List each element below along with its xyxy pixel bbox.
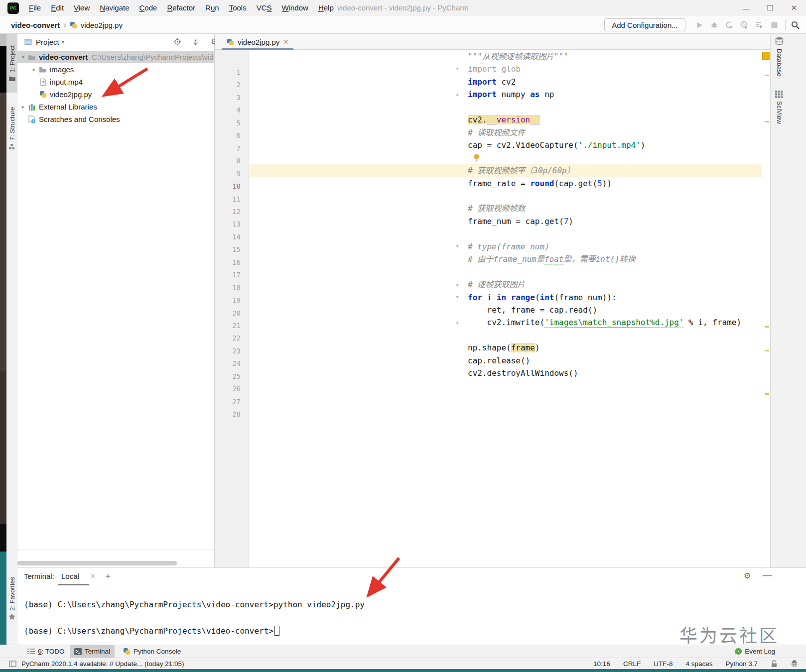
code-line-16[interactable]: # type(frame_num) [468, 240, 549, 253]
menu-item-edit[interactable]: Edit [46, 0, 69, 16]
tree-row-video-convert[interactable]: ▾video-convert C:\Users\zhang\PycharmPro… [17, 51, 214, 63]
code-line-11[interactable]: frame_rate = round(cap.get(5)) [468, 177, 612, 190]
terminal-button[interactable]: Terminal [70, 645, 115, 658]
menu-item-help[interactable]: Help [313, 0, 339, 16]
sidebar-tab-project[interactable]: 1: Project [6, 34, 17, 93]
menu-item-navigate[interactable]: Navigate [95, 0, 134, 16]
sidebar-tab-sciview[interactable]: SciView [773, 91, 785, 124]
menu-item-view[interactable]: View [69, 0, 95, 16]
code-line-13[interactable]: # 获取视频帧数 [468, 202, 525, 215]
6-todo-button[interactable]: 6: TODO [23, 645, 69, 658]
editor-tab-video2jpg[interactable]: video2jpg.py ✕ [222, 34, 294, 50]
code-line-7[interactable]: # 读取视频文件 [468, 126, 525, 139]
status-widget[interactable]: Python 3.7 [725, 660, 758, 668]
code-token: ) [568, 217, 573, 226]
terminal-settings-icon[interactable]: ⚙ [744, 571, 751, 580]
fold-marker-icon[interactable]: ▴ [453, 319, 461, 325]
tree-row-scratches-and-consoles[interactable]: Scratches and Consoles [17, 113, 214, 125]
status-widget[interactable]: CRLF [623, 660, 641, 668]
project-header: Project ▾ ⚙ — [17, 34, 214, 50]
project-title[interactable]: Project [36, 38, 59, 46]
warning-stripe-mark[interactable] [765, 350, 769, 351]
python-console-button[interactable]: Python Console [119, 645, 185, 658]
sidebar-tab-structure[interactable]: 7: Structure [6, 96, 17, 161]
close-tab-icon[interactable]: ✕ [283, 38, 289, 46]
code-token: import [468, 77, 501, 87]
status-widget[interactable]: UTF-8 [654, 660, 672, 668]
fold-marker-icon[interactable]: ▾ [453, 66, 461, 71]
run-configurations-button[interactable] [753, 19, 765, 30]
inspection-status-square[interactable] [762, 52, 770, 60]
stop-button[interactable] [768, 19, 780, 30]
run-button[interactable] [693, 19, 705, 30]
chevron-right-icon[interactable]: ▸ [31, 66, 37, 73]
line-number: 20 [222, 309, 241, 317]
status-widget[interactable]: 10:16 [593, 660, 610, 668]
tree-row-external-libraries[interactable]: ▸External Libraries [17, 101, 214, 113]
chevron-down-icon[interactable]: ▾ [62, 39, 65, 45]
profiler-button[interactable] [738, 19, 750, 30]
code-line-1[interactable]: """从视频逐帧读取图片""" [468, 50, 568, 63]
code-line-24[interactable]: np.shape(frame) [468, 341, 540, 354]
code-line-2[interactable]: import glob [468, 63, 521, 76]
code-line-10[interactable]: # 获取视频帧率（30p/60p） [468, 164, 575, 177]
project-horizontal-scrollbar[interactable] [17, 561, 177, 565]
breadcrumb-project[interactable]: video-convert [11, 21, 60, 29]
sidebar-tab-favorites[interactable]: 2: Favorites [6, 566, 17, 630]
close-terminal-tab-icon[interactable]: ✕ [90, 572, 96, 580]
terminal-minimize-icon[interactable]: — [763, 570, 772, 580]
chevron-right-icon[interactable]: ▸ [20, 104, 26, 110]
code-line-19[interactable]: # 逐帧获取图片 [468, 278, 525, 291]
run-coverage-button[interactable] [723, 19, 735, 30]
code-token: for [468, 293, 487, 302]
minimize-button[interactable]: — [734, 0, 758, 16]
menu-item-vcs[interactable]: VCS [252, 0, 277, 16]
code-line-25[interactable]: cap.release() [468, 354, 530, 367]
close-button[interactable]: ✕ [782, 0, 806, 16]
code-line-14[interactable]: frame_num = cap.get(7) [468, 215, 573, 228]
status-message[interactable]: PyCharm 2020.1.4 available: // Update...… [21, 660, 184, 668]
breadcrumb-file[interactable]: video2jpg.py [81, 21, 123, 29]
menu-item-tools[interactable]: Tools [224, 0, 252, 16]
new-terminal-session-icon[interactable]: + [105, 571, 111, 582]
warning-stripe-mark[interactable] [765, 121, 769, 122]
search-everywhere-icon[interactable] [789, 19, 801, 30]
debug-button[interactable] [708, 19, 720, 30]
menu-item-code[interactable]: Code [134, 0, 162, 16]
code-line-20[interactable]: for i in range(int(frame_num)): [468, 291, 617, 304]
breadcrumb-separator-icon: › [63, 20, 66, 29]
menu-item-file[interactable]: File [24, 0, 46, 16]
tree-row-input-mp4[interactable]: ?input.mp4 [17, 76, 214, 88]
code-line-22[interactable]: cv2.imwrite('images\match_snapshot%d.jpg… [468, 316, 741, 329]
terminal-tab-local[interactable]: Local [61, 572, 79, 580]
fold-marker-icon[interactable]: ▾ [453, 243, 461, 249]
code-token: cv2.destroyAllWindows() [468, 368, 578, 378]
code-line-3[interactable]: import cv2 [468, 76, 516, 89]
code-line-8[interactable]: cap = cv2.VideoCapture('./input.mp4') [468, 139, 645, 152]
add-configuration-button[interactable]: Add Configuration... [604, 18, 685, 31]
chevron-down-icon[interactable]: ▾ [20, 54, 26, 60]
menu-item-refactor[interactable]: Refactor [162, 0, 200, 16]
warning-stripe-mark[interactable] [765, 326, 769, 328]
code-line-26[interactable]: cv2.destroyAllWindows() [468, 367, 578, 380]
sidebar-tab-database[interactable]: Database [773, 37, 785, 77]
maximize-button[interactable]: ☐ [758, 0, 782, 16]
code-line-6[interactable]: cv2.__version__ [468, 113, 540, 126]
warning-stripe-mark[interactable] [765, 393, 769, 395]
editor[interactable]: video2jpg.py ✕ 1234567891011121314151617… [215, 34, 770, 567]
code-line-17[interactable]: # 由于frame_num是foat型，需要int()转换 [468, 253, 636, 266]
locate-file-icon[interactable] [173, 37, 182, 46]
warning-stripe-mark[interactable] [765, 75, 769, 76]
code-line-4[interactable]: import numpy as np [468, 88, 554, 101]
code-line-21[interactable]: ret, frame = cap.read() [468, 304, 597, 317]
status-widget[interactable]: 4 spaces [685, 660, 712, 668]
fold-marker-icon[interactable]: ▴ [453, 281, 461, 287]
collapse-all-icon[interactable] [191, 37, 200, 46]
tree-row-video2jpg-py[interactable]: video2jpg.py [17, 88, 214, 101]
code-token: foat [544, 254, 564, 264]
fold-marker-icon[interactable]: ▾ [453, 294, 461, 300]
tree-row-images[interactable]: ▸images [17, 63, 214, 76]
menu-item-window[interactable]: Window [277, 0, 313, 16]
menu-item-run[interactable]: Run [200, 0, 224, 16]
fold-marker-icon[interactable]: ▴ [453, 91, 461, 97]
